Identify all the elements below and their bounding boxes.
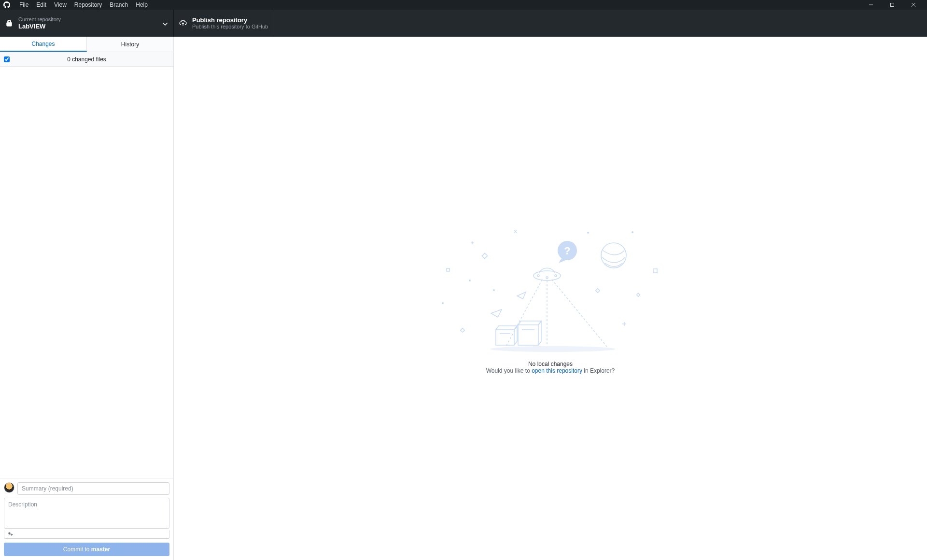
- main: Changes History 0 changed files Commit t…: [0, 37, 927, 560]
- publish-title: Publish repository: [192, 16, 268, 24]
- changed-files-count: 0 changed files: [67, 56, 106, 63]
- content-area: ?: [174, 37, 927, 560]
- add-coauthor-button[interactable]: [4, 530, 169, 539]
- menu-branch[interactable]: Branch: [106, 0, 132, 9]
- menu-edit[interactable]: Edit: [32, 0, 50, 9]
- commit-button-branch: master: [91, 546, 110, 553]
- svg-rect-1: [891, 3, 894, 7]
- svg-point-24: [601, 243, 626, 268]
- sidebar: Changes History 0 changed files Commit t…: [0, 37, 174, 560]
- commit-description-input[interactable]: [4, 498, 169, 529]
- menu-view[interactable]: View: [50, 0, 70, 9]
- avatar: [4, 482, 14, 493]
- commit-button[interactable]: Commit to master: [4, 543, 169, 556]
- commit-summary-input[interactable]: [17, 482, 169, 495]
- svg-point-13: [632, 231, 633, 233]
- current-repository-selector[interactable]: Current repository LabVIEW: [0, 10, 174, 37]
- github-logo-icon: [3, 1, 11, 9]
- menu-help[interactable]: Help: [132, 0, 152, 9]
- svg-rect-5: [653, 269, 657, 273]
- maximize-button[interactable]: [882, 0, 903, 10]
- menu-file[interactable]: File: [15, 0, 32, 9]
- empty-suffix: in Explorer?: [582, 367, 615, 374]
- toolbar: Current repository LabVIEW Publish repos…: [0, 10, 927, 37]
- minimize-button[interactable]: [860, 0, 882, 10]
- svg-point-29: [490, 346, 616, 352]
- svg-point-19: [546, 277, 548, 279]
- svg-point-11: [442, 302, 444, 304]
- menu-bar: File Edit View Repository Branch Help: [15, 0, 152, 9]
- svg-line-22: [505, 280, 542, 349]
- cloud-upload-icon: [179, 19, 187, 28]
- svg-rect-8: [596, 289, 600, 293]
- changed-files-list: [0, 67, 173, 478]
- svg-point-10: [469, 280, 471, 281]
- select-all-checkbox[interactable]: [4, 56, 10, 62]
- tab-changes[interactable]: Changes: [0, 37, 87, 52]
- svg-line-23: [552, 280, 609, 349]
- commit-panel: Commit to master: [0, 478, 173, 560]
- commit-button-prefix: Commit to: [63, 546, 91, 553]
- svg-point-14: [493, 289, 495, 291]
- window-controls: [860, 0, 924, 10]
- tab-history[interactable]: History: [87, 37, 173, 52]
- svg-rect-27: [518, 325, 538, 345]
- empty-illustration: ?: [437, 223, 664, 358]
- changed-files-header: 0 changed files: [0, 52, 173, 67]
- svg-rect-4: [482, 253, 487, 258]
- svg-point-20: [555, 275, 557, 277]
- sidebar-tabs: Changes History: [0, 37, 173, 52]
- empty-title: No local changes: [486, 361, 615, 367]
- open-repository-link[interactable]: open this repository: [532, 367, 582, 374]
- publish-repository-button[interactable]: Publish repository Publish this reposito…: [174, 10, 274, 37]
- svg-rect-25: [496, 330, 514, 345]
- svg-rect-6: [447, 268, 449, 271]
- svg-point-12: [587, 232, 589, 234]
- svg-rect-9: [461, 328, 464, 332]
- chevron-down-icon: [163, 19, 168, 28]
- publish-subtitle: Publish this repository to GitHub: [192, 24, 268, 30]
- empty-state-text: No local changes Would you like to open …: [486, 361, 615, 374]
- menu-repository[interactable]: Repository: [70, 0, 106, 9]
- lock-icon: [5, 19, 14, 28]
- close-button[interactable]: [903, 0, 924, 10]
- titlebar: File Edit View Repository Branch Help: [0, 0, 927, 10]
- repo-name: LabVIEW: [18, 23, 61, 30]
- empty-prefix: Would you like to: [486, 367, 532, 374]
- repo-label: Current repository: [18, 16, 61, 23]
- svg-rect-7: [636, 293, 640, 296]
- svg-text:?: ?: [564, 245, 570, 257]
- svg-point-18: [537, 275, 539, 277]
